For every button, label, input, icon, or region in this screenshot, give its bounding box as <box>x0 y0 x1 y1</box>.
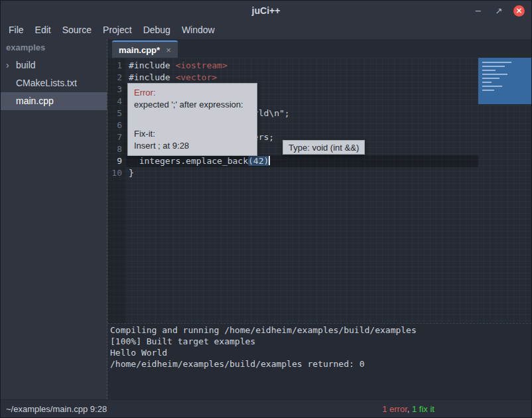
line-number: 6 <box>107 119 126 131</box>
minimap-line <box>482 74 507 75</box>
terminal-line: /home/eidheim/examples/build/examples re… <box>110 358 531 370</box>
line-number-gutter: 12345678910 <box>107 58 126 323</box>
tooltip-error-title: Error: <box>134 87 251 99</box>
editor: 12345678910 #include <iostream>#include … <box>107 58 531 323</box>
code-line-9[interactable]: integers.emplace_back(42) <box>126 155 478 167</box>
code-token: #include <box>129 60 175 70</box>
window-controls: − ↗ × <box>472 5 531 17</box>
sidebar-item-build[interactable]: ›build <box>1 56 107 74</box>
titlebar[interactable]: juCi++ − ↗ × <box>1 1 531 21</box>
menu-item-file[interactable]: File <box>9 25 24 35</box>
menu-item-debug[interactable]: Debug <box>143 25 170 35</box>
line-number: 7 <box>107 131 126 143</box>
file-label: main.cpp <box>16 96 54 106</box>
code-line-10[interactable]: } <box>126 167 478 179</box>
menu-item-source[interactable]: Source <box>62 25 92 35</box>
line-number: 5 <box>107 107 126 119</box>
project-name-header: examples <box>1 39 107 56</box>
line-number: 9 <box>107 155 126 167</box>
code-line-1[interactable]: #include <iostream> <box>126 60 478 72</box>
code-token: } <box>129 168 134 178</box>
minimize-button[interactable]: − <box>472 5 484 17</box>
code-line-2[interactable]: #include <vector> <box>126 72 478 84</box>
chevron-right-icon: › <box>6 56 9 74</box>
terminal-output[interactable]: Compiling and running /home/eidheim/exam… <box>107 323 531 399</box>
line-number: 2 <box>107 72 126 84</box>
minimap-line <box>482 66 505 67</box>
restore-button[interactable]: ↗ <box>493 5 505 17</box>
close-button[interactable]: × <box>513 5 525 17</box>
code-token: <iostream> <box>175 60 227 70</box>
status-file-location: ~/examples/main.cpp 9:28 <box>6 404 107 414</box>
sidebar-item-main-cpp[interactable]: main.cpp <box>1 92 107 110</box>
minimap-line <box>482 78 499 79</box>
terminal-line: Compiling and running /home/eidheim/exam… <box>110 324 531 336</box>
menu-item-window[interactable]: Window <box>182 25 215 35</box>
code-token: #include <box>129 72 175 82</box>
terminal-line: Hello World <box>110 347 531 358</box>
status-diagnostics: 1 error, 1 fix it <box>382 404 434 414</box>
code-token: ; <box>285 108 290 118</box>
minimize-icon: − <box>475 6 482 16</box>
file-label: CMakeLists.txt <box>16 78 77 88</box>
restore-icon: ↗ <box>496 6 503 16</box>
type-tooltip: Type: void (int &&) <box>283 140 365 155</box>
source-overview-map[interactable] <box>478 58 531 104</box>
tooltip-error-message: expected ';' after expression: <box>134 99 251 111</box>
tab-label: main.cpp* <box>119 45 160 55</box>
tooltip-fixit-message: Insert ; at 9:28 <box>134 140 251 152</box>
status-fixit-count: 1 fix it <box>412 404 434 414</box>
line-number: 3 <box>107 84 126 96</box>
type-tooltip-text: Type: void (int &&) <box>289 143 359 153</box>
minimap-line <box>482 86 502 87</box>
app-window: juCi++ − ↗ × FileEditSourceProjectDebugW… <box>0 0 532 418</box>
minimap-line <box>482 90 494 91</box>
minimap-line <box>482 70 496 71</box>
sidebar-item-cmakelists-txt[interactable]: CMakeLists.txt <box>1 74 107 92</box>
tabbar: main.cpp* × <box>107 39 531 58</box>
close-icon: × <box>515 6 522 15</box>
file-label: build <box>16 60 36 70</box>
menu-item-project[interactable]: Project <box>103 25 132 35</box>
main-area: examples ›buildCMakeLists.txtmain.cpp ma… <box>1 39 531 399</box>
diagnostic-tooltip: Error: expected ';' after expression: Fi… <box>127 83 257 156</box>
line-number: 1 <box>107 60 126 72</box>
minimap-line <box>482 82 492 83</box>
tooltip-spacer <box>134 111 251 128</box>
menu-item-edit[interactable]: Edit <box>35 25 51 35</box>
code-token: <vector> <box>175 72 217 82</box>
statusbar: ~/examples/main.cpp 9:28 1 error, 1 fix … <box>1 399 531 417</box>
tab-main-cpp[interactable]: main.cpp* × <box>112 40 178 58</box>
window-title: juCi++ <box>1 5 531 16</box>
code-token: (42) <box>248 156 269 166</box>
tooltip-fixit-title: Fix-it: <box>134 128 251 140</box>
menubar: FileEditSourceProjectDebugWindow <box>1 21 531 39</box>
editor-pane: main.cpp* × 12345678910 #include <iostre… <box>107 39 531 399</box>
line-number: 10 <box>107 167 126 179</box>
status-separator: , <box>407 404 412 414</box>
tab-close-icon[interactable]: × <box>166 45 171 55</box>
file-tree: ›buildCMakeLists.txtmain.cpp <box>1 56 107 110</box>
line-number: 4 <box>107 96 126 107</box>
line-number: 8 <box>107 143 126 155</box>
code-token: integers.emplace_back <box>129 156 248 166</box>
minimap-line <box>482 62 511 63</box>
text-cursor <box>269 156 270 165</box>
terminal-line: [100%] Built target examples <box>110 336 531 347</box>
status-error-count: 1 error <box>382 404 407 414</box>
file-tree-sidebar: examples ›buildCMakeLists.txtmain.cpp <box>1 39 107 399</box>
minimap-column <box>478 58 531 323</box>
